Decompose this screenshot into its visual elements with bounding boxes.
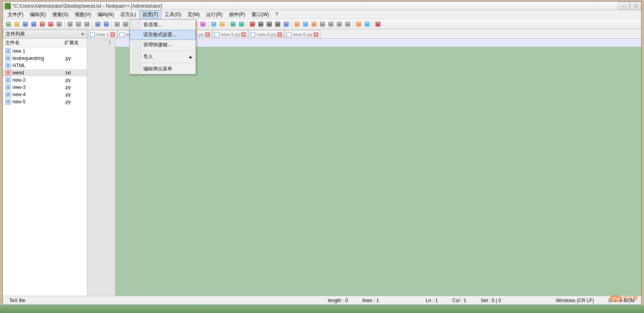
titlebar[interactable]: *C:\Users\Administrator\Desktop\wend.txt… (3, 2, 641, 10)
replace-button[interactable] (122, 20, 130, 28)
svg-rect-6 (31, 22, 36, 27)
statusbar: TeX file length : 0 lines : 1 Ln : 1 Col… (3, 296, 641, 305)
menu-item[interactable]: 文件(F) (4, 10, 27, 19)
menu-item[interactable]: ? (272, 11, 281, 18)
menu-item[interactable]: 语言(L) (117, 10, 139, 19)
file-row[interactable]: testrequestimg.py (3, 55, 87, 62)
save-button[interactable] (21, 20, 29, 28)
file-list-header: 文件名 扩展名 (3, 39, 87, 47)
file-row[interactable]: new-3.py (3, 84, 87, 91)
tab-close-icon[interactable]: ✕ (205, 32, 210, 37)
p2-button[interactable] (301, 20, 310, 28)
file-row[interactable]: HTML (3, 62, 87, 69)
p1-button[interactable] (293, 20, 301, 28)
menu-item[interactable]: 工具(O) (161, 10, 184, 19)
panel-close-icon[interactable]: ✕ (81, 32, 84, 36)
file-row[interactable]: new-2.py (3, 76, 87, 84)
comment-button[interactable] (229, 20, 237, 28)
col-filename[interactable]: 文件名 (5, 39, 64, 46)
menu-item[interactable]: 运行(R) (203, 10, 226, 19)
minimize-button[interactable]: — (618, 2, 630, 10)
svg-rect-57 (268, 23, 271, 23)
file-row[interactable]: new-5.py (3, 98, 87, 105)
dropdown-item[interactable]: 导入▶ (130, 52, 196, 62)
svg-rect-15 (68, 23, 72, 23)
dropdown-item[interactable]: 语言格式设置... (130, 30, 196, 40)
dropdown-item[interactable]: 首选项... (130, 20, 196, 30)
status-sel: Sel : 0 | 0 (478, 298, 504, 303)
save-all-button[interactable] (30, 20, 38, 28)
maximize-button[interactable]: ☐ (630, 2, 641, 10)
editor-content[interactable] (116, 39, 641, 296)
find-button[interactable] (113, 20, 121, 28)
editor-tab[interactable]: new-3.py✕ (213, 30, 248, 38)
window-title: *C:\Users\Administrator\Desktop\wend.txt… (12, 3, 640, 9)
f2-button[interactable] (363, 20, 371, 28)
editor-tab[interactable]: new-5.py✕ (285, 30, 320, 38)
dropdown-item[interactable]: 管理快捷键... (130, 40, 196, 50)
rec-button[interactable] (248, 20, 256, 28)
tab-close-icon[interactable]: ✕ (241, 32, 246, 37)
uncomment-button[interactable] (237, 20, 246, 28)
close-all-button[interactable] (47, 20, 55, 28)
toolbar-separator (372, 21, 373, 28)
p7-button[interactable] (344, 20, 352, 28)
tab-close-icon[interactable]: ✕ (314, 32, 318, 37)
menu-item[interactable]: 视图(V) (72, 10, 94, 19)
file-name: new-2 (12, 77, 64, 83)
f1-button[interactable] (355, 20, 363, 28)
file-name: HTML (12, 63, 64, 68)
spell-button[interactable] (374, 20, 382, 28)
dropdown-separator (142, 51, 194, 51)
lang-button[interactable] (210, 20, 218, 28)
copy-button[interactable] (74, 20, 83, 28)
editor-tab[interactable]: new-4.py✕ (248, 30, 284, 38)
menu-item[interactable]: 插件(P) (226, 10, 248, 19)
dir-button[interactable] (218, 20, 226, 28)
tab-close-icon[interactable]: ✕ (277, 32, 282, 37)
stop-button[interactable] (257, 20, 265, 28)
menu-item[interactable]: 搜索(S) (49, 10, 72, 19)
redo-button[interactable] (102, 20, 110, 28)
new-button[interactable] (4, 20, 12, 28)
editor-tab[interactable]: new 1✕ (88, 30, 117, 38)
cut-button[interactable] (66, 20, 74, 28)
f2-icon (364, 21, 370, 27)
text-area[interactable] (116, 47, 641, 296)
menu-item[interactable]: 编码(N) (94, 10, 117, 19)
menu-item[interactable]: 窗口(W) (248, 10, 272, 19)
outdent-button[interactable] (199, 20, 207, 28)
p5-button[interactable] (327, 20, 335, 28)
file-row[interactable]: new 1 (3, 47, 87, 55)
spell-icon (375, 21, 381, 27)
menu-item[interactable]: 设置(T) (139, 10, 161, 19)
dir-icon (219, 21, 225, 27)
tab-close-icon[interactable]: ✕ (110, 32, 115, 37)
close-button[interactable] (38, 20, 46, 28)
p4-button[interactable] (318, 20, 326, 28)
file-row[interactable]: new-4.py (3, 91, 87, 98)
menu-item[interactable]: 编辑(E) (27, 10, 49, 19)
background-strip (0, 305, 644, 313)
open-button[interactable] (13, 20, 21, 28)
svg-rect-75 (346, 23, 349, 23)
save-macro-button[interactable] (282, 20, 290, 28)
col-extension[interactable]: 扩展名 (64, 39, 85, 46)
status-eol: Windows (CR LF) (553, 298, 597, 303)
file-row[interactable]: wend.txt (3, 69, 87, 76)
dropdown-item[interactable]: 编辑弹出菜单 (130, 64, 196, 74)
svg-rect-22 (104, 22, 109, 27)
svg-rect-54 (258, 22, 263, 27)
play-button[interactable] (265, 20, 273, 28)
play-multi-icon (275, 21, 281, 27)
status-length: length : 0 (325, 298, 351, 303)
svg-rect-47 (221, 23, 224, 23)
p6-button[interactable] (335, 20, 343, 28)
svg-rect-7 (32, 23, 35, 23)
p3-button[interactable] (310, 20, 318, 28)
print-button[interactable] (55, 20, 63, 28)
paste-button[interactable] (83, 20, 91, 28)
menu-item[interactable]: 宏(M) (184, 10, 203, 19)
play-multi-button[interactable] (274, 20, 282, 28)
undo-button[interactable] (94, 20, 102, 28)
